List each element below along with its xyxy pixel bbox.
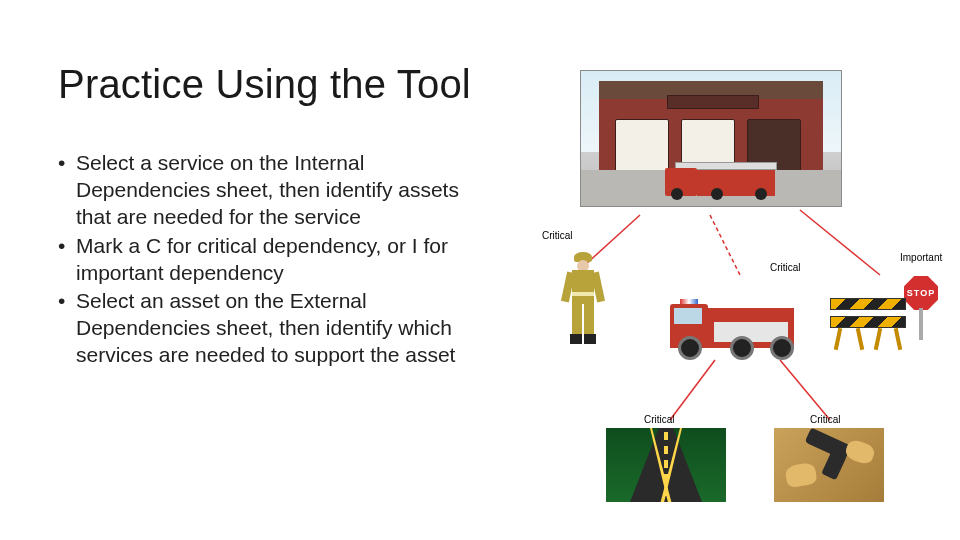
bullet-text: Mark a C for critical dependency, or I f… (76, 234, 448, 284)
node-fire-engine (670, 280, 800, 360)
bullet-list: •Select a service on the Internal Depend… (58, 150, 473, 369)
svg-line-3 (670, 360, 715, 420)
fire-station-image (580, 70, 842, 207)
bullet-dot-icon: • (58, 233, 65, 260)
edge-label-important: Important (900, 252, 942, 263)
dependency-diagram: Critical Critical Important Critical Cri… (510, 40, 950, 500)
fire-truck-icon (665, 160, 785, 200)
svg-line-1 (710, 215, 740, 275)
svg-line-2 (800, 210, 880, 275)
node-barricade: STOP (830, 276, 940, 350)
fire-engine-icon (670, 280, 800, 360)
barricade-icon: STOP (830, 276, 940, 350)
slide: Practice Using the Tool •Select a servic… (0, 0, 960, 540)
fuel-nozzle-image (774, 428, 884, 502)
node-fuel (774, 428, 884, 502)
edge-label-critical: Critical (770, 262, 801, 273)
node-fire-station (580, 70, 842, 207)
bullet-item: •Select an asset on the External Depende… (58, 288, 473, 369)
slide-body: •Select a service on the Internal Depend… (58, 150, 473, 371)
edge-label-critical: Critical (810, 414, 841, 425)
node-road (606, 428, 726, 502)
bullet-dot-icon: • (58, 288, 65, 315)
firefighter-icon (560, 252, 604, 348)
bullet-dot-icon: • (58, 150, 65, 177)
stop-sign-icon: STOP (904, 276, 938, 310)
bullet-text: Select a service on the Internal Depende… (76, 151, 459, 228)
node-firefighter (560, 252, 604, 348)
bullet-item: •Mark a C for critical dependency, or I … (58, 233, 473, 287)
road-image (606, 428, 726, 502)
edge-label-critical: Critical (644, 414, 675, 425)
edge-label-critical: Critical (542, 230, 573, 241)
svg-line-4 (780, 360, 830, 420)
bullet-item: •Select a service on the Internal Depend… (58, 150, 473, 231)
slide-title: Practice Using the Tool (58, 62, 471, 107)
bullet-text: Select an asset on the External Dependen… (76, 289, 455, 366)
